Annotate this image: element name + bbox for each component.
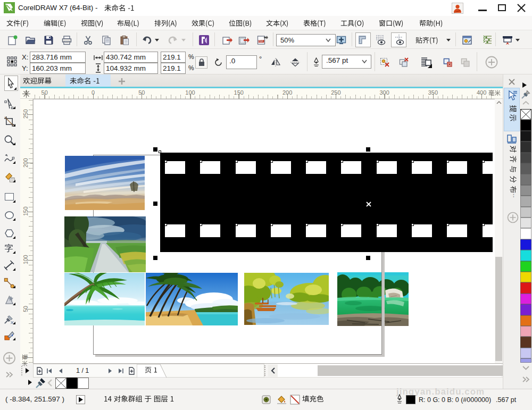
svg-text:PDF: PDF	[259, 40, 263, 43]
